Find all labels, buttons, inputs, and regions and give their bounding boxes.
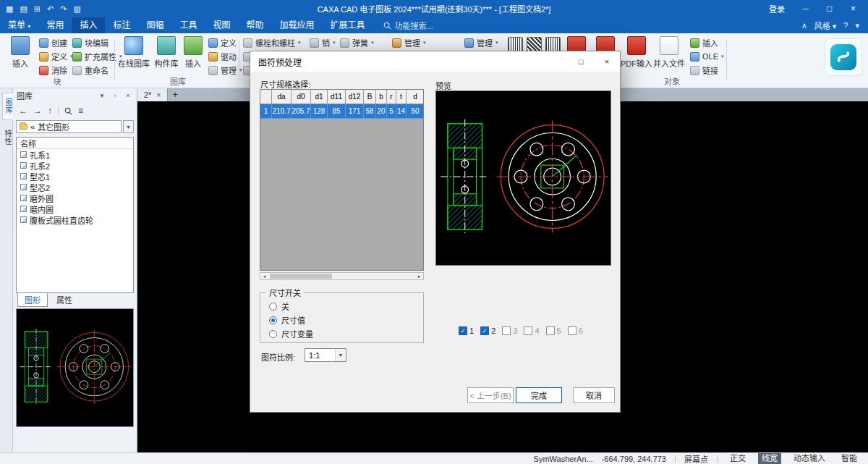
library-path-field[interactable]: « 其它图形	[16, 120, 122, 133]
define-symbol-button[interactable]: 定义	[207, 36, 244, 49]
column-header[interactable]: d0	[292, 90, 311, 104]
save-icon[interactable]: ⊞	[34, 4, 41, 14]
scroll-right-icon[interactable]: ▸	[415, 274, 423, 279]
tab-annotate[interactable]: 标注	[105, 17, 138, 33]
redo-icon[interactable]: ↷	[60, 4, 67, 14]
list-item[interactable]: 磨外圆	[17, 193, 133, 203]
tab-common[interactable]: 常用	[38, 17, 72, 33]
online-library-button[interactable]: 在线图库	[117, 36, 150, 69]
view-mode-icon[interactable]: ≡	[78, 106, 83, 116]
dynamic-input-toggle[interactable]: 动态输入	[790, 453, 829, 464]
previous-step-button[interactable]: < 上一步(B)	[467, 387, 514, 403]
insert-object-button[interactable]: 插入	[689, 36, 726, 49]
column-header[interactable]: d11	[328, 90, 346, 104]
document-tab[interactable]: 2* ×	[137, 88, 168, 101]
ole-object-button[interactable]: OLE▾	[689, 50, 726, 63]
app-icon[interactable]: ▦	[6, 4, 13, 14]
new-tab-button[interactable]: +	[168, 88, 182, 101]
radio-dim-value[interactable]: 尺寸值	[260, 312, 423, 326]
springs-button[interactable]: 弹簧▾	[339, 36, 375, 49]
sidebar-item-library[interactable]: 图库	[2, 93, 14, 120]
pins-button[interactable]: 销▾	[308, 36, 337, 49]
tab-menu[interactable]: 菜单 ▾	[0, 17, 38, 33]
column-header[interactable]: b	[376, 90, 387, 104]
function-search-input[interactable]: 功能搜索...	[383, 20, 433, 31]
tab-insert[interactable]: 插入	[72, 17, 105, 33]
insert-block-button[interactable]: 插入	[6, 36, 35, 69]
caxa-3d-logo-button[interactable]	[825, 38, 862, 76]
tab-tools[interactable]: 工具	[171, 17, 205, 33]
manage-button-1[interactable]: 管理▾	[391, 36, 427, 49]
barcode-icon[interactable]	[508, 37, 523, 52]
column-header[interactable]: t	[396, 90, 407, 104]
manage-button-2[interactable]: 管理▾	[463, 36, 500, 49]
forward-icon[interactable]: →	[33, 106, 42, 116]
back-icon[interactable]: ←	[19, 106, 27, 116]
list-item[interactable]: 型芯2	[17, 182, 133, 193]
scrollbar-track[interactable]	[268, 273, 415, 279]
sidebar-item-properties[interactable]: 特性	[2, 125, 13, 151]
checkbox-6[interactable]: 6	[568, 326, 583, 335]
column-header[interactable]: B	[364, 90, 376, 104]
checkbox-1[interactable]: ✓1	[459, 326, 474, 335]
chevron-down-icon[interactable]: ▾	[855, 21, 859, 30]
point-mode-indicator[interactable]: 屏幕点	[684, 453, 708, 464]
matrix-code-icon[interactable]	[545, 37, 561, 52]
name-column-header[interactable]: 名称	[17, 138, 133, 149]
checkbox-5[interactable]: 5	[546, 326, 561, 335]
path-dropdown-button[interactable]: ▼	[123, 120, 134, 133]
pin-icon[interactable]: ▫	[110, 92, 120, 99]
radio-dim-off[interactable]: 关	[260, 298, 423, 312]
undo-icon[interactable]: ↶	[47, 4, 54, 14]
merge-file-button[interactable]: 并入文件	[654, 36, 684, 69]
new-file-icon[interactable]: ▤	[20, 4, 27, 14]
dimension-spec-table[interactable]: da d0 d1 d11 d12 B b r t d 1 210.7 205.7…	[260, 89, 424, 271]
define-block-button[interactable]: 定义▾	[38, 50, 75, 63]
print-icon[interactable]: ▥	[73, 4, 80, 14]
close-icon[interactable]: ×	[123, 92, 133, 99]
list-item[interactable]: 腹板式圆柱直齿轮	[17, 214, 133, 225]
dialog-restore-icon[interactable]: □	[568, 51, 594, 72]
up-icon[interactable]: ↑	[48, 106, 52, 116]
dialog-close-icon[interactable]: ×	[594, 51, 620, 72]
pdf-input-button[interactable]: PDF输入	[621, 36, 652, 69]
symbol-scale-select[interactable]: 1:1 ▼	[305, 348, 346, 362]
cancel-button[interactable]: 取消	[573, 387, 615, 403]
scrollbar-thumb[interactable]	[270, 274, 332, 279]
close-tab-icon[interactable]: ×	[156, 91, 161, 99]
tab-graphic[interactable]: 图形	[17, 292, 48, 307]
tab-sheet[interactable]: 图幅	[138, 17, 171, 33]
column-header[interactable]: d1	[311, 90, 328, 104]
style-button[interactable]: 风格 ▾	[814, 20, 837, 31]
extend-attribute-button[interactable]: 扩充属性▾	[71, 50, 124, 63]
component-library-button[interactable]: 构件库	[152, 36, 181, 69]
tab-property[interactable]: 属性	[49, 292, 80, 307]
minimize-button[interactable]: ─	[795, 0, 816, 17]
tab-view[interactable]: 视图	[205, 17, 238, 33]
scroll-left-icon[interactable]: ◂	[260, 274, 268, 279]
column-header[interactable]: d12	[346, 90, 364, 104]
collapse-ribbon-icon[interactable]: ∧	[801, 21, 807, 30]
checkbox-3[interactable]: 3	[502, 326, 517, 335]
insert-symbol-button[interactable]: 插入	[182, 36, 204, 69]
column-header[interactable]: d	[407, 90, 424, 104]
list-item[interactable]: 孔系2	[17, 160, 133, 171]
block-edit-button[interactable]: 块编辑	[71, 36, 124, 49]
column-header[interactable]: r	[387, 90, 396, 104]
list-item[interactable]: 型芯1	[17, 171, 133, 182]
checkbox-4[interactable]: 4	[524, 326, 539, 335]
table-horizontal-scrollbar[interactable]: ◂ ▸	[260, 272, 424, 280]
radio-dim-variable[interactable]: 尺寸变量	[260, 326, 423, 339]
tab-help[interactable]: 帮助	[238, 17, 271, 33]
dialog-titlebar[interactable]: 图符预处理 □ ×	[250, 51, 620, 72]
bolts-button[interactable]: 螺栓和螺柱▾	[242, 36, 302, 49]
finish-button[interactable]: 完成	[516, 387, 562, 403]
list-item[interactable]: 磨内圆	[17, 203, 133, 214]
smart-snap-toggle[interactable]: 智能	[838, 453, 861, 464]
drive-symbol-button[interactable]: 驱动	[207, 50, 244, 63]
linewidth-toggle[interactable]: 线宽	[758, 453, 781, 464]
ortho-toggle[interactable]: 正交	[726, 453, 749, 464]
help-icon[interactable]: ?	[843, 21, 848, 30]
create-block-button[interactable]: 创建	[38, 36, 75, 49]
list-item[interactable]: 孔系1	[17, 149, 133, 160]
